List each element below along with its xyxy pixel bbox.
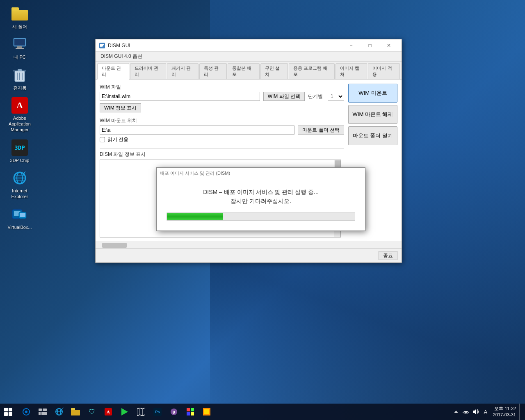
- window-title: DISM GUI: [108, 43, 342, 48]
- tab-feature-mgmt[interactable]: 특성 관리: [199, 63, 227, 79]
- wim-mount-btn[interactable]: WIM 마운트: [348, 84, 397, 103]
- taskbar-photoshop[interactable]: Ps: [149, 404, 166, 420]
- svg-rect-45: [204, 409, 209, 414]
- tab-image-apply[interactable]: 이미지 적용: [368, 63, 400, 79]
- taskbar-color-app[interactable]: [199, 404, 215, 420]
- window-bottom-bar: 종료: [96, 248, 402, 262]
- tab-driver-mgmt[interactable]: 드라이버 관리: [130, 63, 166, 79]
- window-controls: − □ ✕: [342, 39, 398, 52]
- start-button[interactable]: [0, 404, 16, 420]
- svg-rect-2: [17, 46, 22, 48]
- windows-logo-icon: [4, 408, 12, 416]
- taskbar-shield[interactable]: 🛡: [84, 404, 100, 420]
- svg-rect-20: [100, 44, 104, 45]
- close-button[interactable]: ✕: [379, 39, 398, 52]
- tab-package-mgmt[interactable]: 패키지 관리: [167, 63, 199, 79]
- svg-rect-33: [71, 408, 75, 410]
- wim-mount-label: WIM 마운트 위치: [100, 117, 344, 124]
- svg-marker-46: [454, 411, 458, 413]
- progress-message-line2: 잠시만 기다려주십시오.: [167, 196, 355, 205]
- ie-label: Internet Explorer: [7, 188, 33, 200]
- logo-tile-4: [9, 412, 12, 416]
- horizontal-scrollbar[interactable]: [96, 242, 402, 248]
- wim-unmount-btn[interactable]: WIM 마운트 해제: [348, 105, 397, 124]
- tab-unattended[interactable]: 무인 설치: [260, 63, 288, 79]
- wim-mount-input[interactable]: [100, 126, 294, 135]
- readonly-checkbox[interactable]: [100, 137, 105, 142]
- svg-marker-34: [121, 408, 128, 415]
- svg-point-24: [25, 411, 27, 413]
- show-desktop-button[interactable]: [519, 404, 522, 420]
- wim-select-btn[interactable]: WIM 파일 선택: [263, 92, 305, 101]
- progress-dialog: 배포 이미지 서비스 및 관리 (DISM) DISM – 배포 이미지 서비스…: [156, 167, 365, 231]
- svg-rect-28: [41, 412, 47, 415]
- svg-rect-18: [20, 213, 25, 217]
- tab-image-capture[interactable]: 이미지 캡처: [336, 63, 368, 79]
- open-folder-btn[interactable]: 마운트 폴더 열기: [348, 126, 397, 145]
- progress-message-line1: DISM – 배포 이미지 서비스 및 관리 실행 중...: [167, 187, 355, 196]
- window-titlebar: DISM GUI − □ ✕: [96, 39, 402, 52]
- 3dp-chip-icon: 3DP: [11, 139, 28, 156]
- tray-lang-indicator[interactable]: A: [482, 408, 490, 416]
- progress-dialog-titlebar: 배포 이미지 서비스 및 관리 (DISM): [157, 168, 365, 179]
- progress-bar-fill: [167, 213, 223, 220]
- end-button[interactable]: 종료: [379, 251, 397, 260]
- minimize-button[interactable]: −: [342, 39, 361, 52]
- desktop: 새 폴더 내 PC: [0, 0, 525, 420]
- info-section-label: DISM 파일 정보 표시: [100, 151, 344, 158]
- svg-marker-48: [473, 409, 476, 415]
- taskbar-file-explorer[interactable]: [67, 404, 84, 420]
- wim-mount-group: WIM 마운트 위치 마운트 폴더 선택 읽기 전용: [100, 117, 344, 143]
- desktop-icon-my-pc[interactable]: 내 PC: [5, 34, 34, 62]
- system-clock[interactable]: 오후 11:32 2017-03-31: [491, 406, 518, 418]
- taskbar-task-view[interactable]: [34, 404, 51, 420]
- taskbar-cortana[interactable]: [18, 404, 34, 420]
- desktop-icon-virtualbox[interactable]: VirtualBox...: [5, 205, 34, 232]
- tray-volume-icon[interactable]: [472, 408, 480, 416]
- svg-rect-27: [39, 412, 41, 415]
- taskbar-play[interactable]: [116, 404, 133, 420]
- svg-rect-25: [39, 409, 42, 411]
- wim-info-btn[interactable]: WIM 정보 표시: [100, 103, 141, 112]
- 3dp-label: 3DP Chip: [10, 158, 30, 163]
- desktop-icon-new-folder[interactable]: 새 폴더: [5, 4, 34, 31]
- desktop-icon-ie[interactable]: Internet Explorer: [5, 168, 34, 201]
- tray-network-icon[interactable]: [462, 408, 470, 416]
- taskbar-maps[interactable]: [133, 404, 149, 420]
- svg-rect-21: [100, 45, 103, 46]
- desktop-icon-recycle-bin[interactable]: 휴지통: [5, 65, 34, 92]
- svg-rect-42: [187, 412, 190, 415]
- svg-point-47: [465, 413, 466, 415]
- wim-file-label: WIM 파일: [100, 84, 344, 91]
- logo-tile-2: [9, 408, 12, 411]
- wim-file-input[interactable]: [100, 92, 260, 101]
- mount-folder-btn[interactable]: 마운트 폴더 선택: [298, 126, 344, 135]
- wim-mount-row: 마운트 폴더 선택: [100, 126, 344, 135]
- menu-options[interactable]: DISM GUI 4.0 옵션: [97, 52, 146, 61]
- tab-mount-mgmt[interactable]: 마운트 관리: [97, 63, 129, 80]
- scroll-thumb-h: [102, 243, 127, 248]
- svg-rect-6: [18, 69, 22, 71]
- svg-rect-1: [14, 39, 25, 46]
- dism-window-icon: [99, 42, 105, 49]
- desktop-icon-adobe[interactable]: A Adobe Application Manager: [5, 96, 34, 135]
- taskbar-adobe[interactable]: A: [100, 404, 116, 420]
- svg-rect-40: [187, 408, 190, 411]
- stage-label: 단계별: [308, 93, 323, 100]
- stage-select[interactable]: 1 2 3: [328, 92, 344, 101]
- internet-explorer-icon: [11, 170, 28, 186]
- tray-expand-icon[interactable]: [452, 408, 460, 416]
- desktop-icon-3dp-chip[interactable]: 3DP 3DP Chip: [5, 138, 34, 165]
- progress-dialog-body: DISM – 배포 이미지 서비스 및 관리 실행 중... 잠시만 기다려주십…: [157, 179, 365, 231]
- tab-app-dist[interactable]: 응용 프로그램 배포: [289, 63, 335, 79]
- wim-file-row: WIM 파일 선택 단계별 1 2 3: [100, 92, 344, 101]
- taskbar-grid-app[interactable]: [182, 404, 199, 420]
- readonly-row: 읽기 전용: [100, 136, 344, 143]
- svg-rect-41: [191, 408, 194, 411]
- taskbar-torrent[interactable]: μ: [166, 404, 182, 420]
- svg-rect-22: [100, 46, 103, 47]
- desktop-icon-area: 새 폴더 내 PC: [5, 4, 34, 232]
- tab-integrated-dist[interactable]: 통합본 배포: [228, 63, 260, 79]
- maximize-button[interactable]: □: [361, 39, 379, 52]
- taskbar-ie[interactable]: [51, 404, 67, 420]
